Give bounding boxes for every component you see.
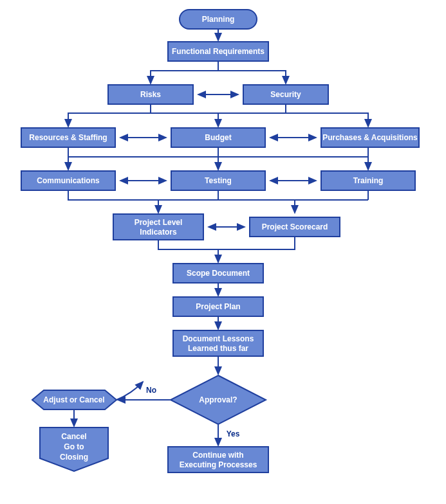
node-continue-executing: Continue with Executing Processes (168, 447, 268, 473)
node-budget: Budget (171, 128, 265, 147)
node-cgtc-l2: Go to (64, 442, 84, 451)
node-purchases-acquisitions: Purchases & Acquisitions (321, 128, 419, 147)
node-project-level-indicators: Project Level Indicators (113, 214, 203, 240)
node-adjust-or-cancel: Adjust or Cancel (32, 390, 116, 410)
node-project-plan-label: Project Plan (196, 302, 240, 311)
node-budget-label: Budget (205, 133, 231, 142)
decision-label-yes: Yes (227, 429, 240, 438)
node-testing: Testing (171, 171, 265, 190)
node-ce-l1: Continue with (192, 451, 243, 460)
flowchart-diagram: Planning Functional Requirements Risks S… (0, 0, 446, 504)
node-project-plan: Project Plan (173, 297, 263, 316)
node-scope-document: Scope Document (173, 264, 263, 283)
node-pli-label-l2: Indicators (140, 228, 177, 237)
node-dl-label-l1: Document Lessons (183, 334, 254, 343)
node-security-label: Security (270, 90, 301, 99)
node-scope-document-label: Scope Document (187, 269, 250, 278)
node-functional-requirements-label: Functional Requirements (172, 47, 265, 56)
node-ce-l2: Executing Processes (180, 460, 257, 469)
node-dl-label-l2: Learned thus far (188, 344, 248, 353)
node-cgtc-l1: Cancel (61, 432, 86, 441)
node-planning-label: Planning (202, 15, 235, 24)
node-pli-label-l1: Project Level (135, 218, 183, 227)
node-project-scorecard: Project Scorecard (250, 217, 340, 237)
node-communications: Communications (21, 171, 115, 190)
node-cgtc-l3: Closing (60, 453, 88, 462)
node-security: Security (243, 85, 328, 104)
decision-label-no: No (146, 386, 156, 395)
node-purchases-acquisitions-label: Purchases & Acquisitions (322, 133, 418, 142)
node-functional-requirements: Functional Requirements (168, 42, 268, 61)
node-testing-label: Testing (205, 176, 232, 185)
node-resources-staffing-label: Resources & Staffing (29, 133, 107, 142)
node-risks-label: Risks (140, 90, 161, 99)
node-document-lessons: Document Lessons Learned thus far (173, 330, 263, 356)
node-planning: Planning (180, 10, 257, 29)
node-cancel-go-to-closing: Cancel Go to Closing (40, 428, 108, 471)
node-adjust-or-cancel-label: Adjust or Cancel (43, 395, 104, 404)
node-approval-decision: Approval? (171, 375, 266, 424)
node-training-label: Training (353, 176, 384, 185)
node-communications-label: Communications (37, 176, 100, 185)
node-training: Training (321, 171, 415, 190)
node-project-scorecard-label: Project Scorecard (262, 222, 328, 231)
node-resources-staffing: Resources & Staffing (21, 128, 115, 147)
node-approval-label: Approval? (199, 395, 237, 404)
node-risks: Risks (108, 85, 193, 104)
